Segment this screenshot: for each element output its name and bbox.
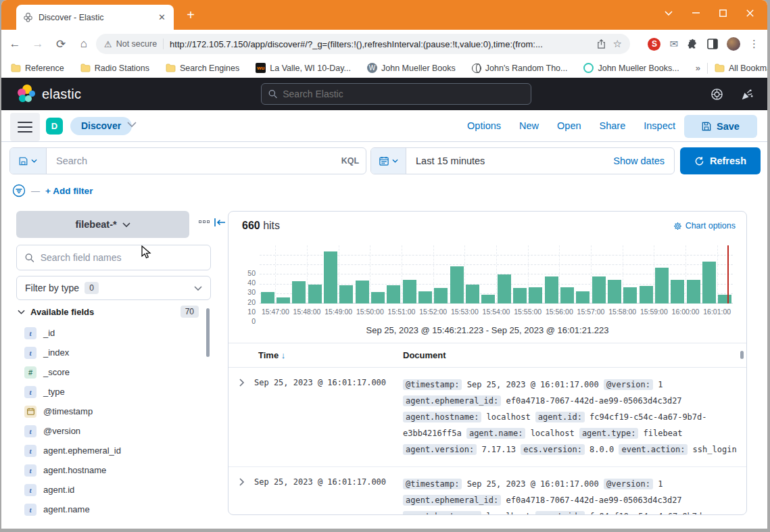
extension-mail-icon[interactable]: ✉ [669, 38, 678, 50]
refresh-button[interactable]: Refresh [680, 147, 761, 174]
field-item[interactable]: @timestamp [16, 402, 203, 421]
bookmark-label: John's Random Tho... [485, 64, 568, 73]
url-divider [163, 39, 164, 49]
chart-options-button[interactable]: Chart options [673, 221, 736, 231]
toolbar-link-inspect[interactable]: Inspect [644, 120, 675, 131]
address-bar[interactable]: ⚠ Not secure http://172.105.7.150/app/di… [96, 34, 630, 54]
browser-menu-kebab-icon[interactable]: ⋮ [749, 38, 759, 50]
index-pattern-label: filebeat-* [75, 219, 116, 230]
bookmark-star-icon[interactable]: ☆ [613, 38, 622, 50]
histogram-bar [513, 288, 527, 304]
global-search-input[interactable] [283, 89, 524, 99]
toolbar-link-new[interactable]: New [519, 120, 539, 131]
chevron-down-icon [122, 222, 130, 227]
tab-close-icon[interactable]: ✕ [157, 12, 167, 22]
field-search-box[interactable] [16, 245, 211, 270]
bookmark-item[interactable]: John Mueller Books... [583, 63, 679, 73]
table-scrollbar[interactable] [740, 351, 744, 359]
field-search-input[interactable] [41, 252, 202, 263]
column-header-time[interactable]: Time ↓ [258, 350, 285, 360]
field-item[interactable]: tagent.hostname [16, 460, 203, 480]
field-type-t-icon: t [24, 504, 37, 516]
histogram-bar [466, 285, 479, 304]
home-button[interactable]: ⌂ [74, 37, 93, 51]
query-language-button[interactable]: KQL [335, 148, 366, 174]
filter-icon[interactable] [12, 184, 26, 197]
save-button[interactable]: Save [684, 115, 757, 138]
share-icon[interactable] [596, 39, 606, 49]
new-tab-button[interactable]: + [183, 7, 199, 24]
available-fields-header[interactable]: Available fields 70 [18, 306, 211, 318]
toolbar-link-options[interactable]: Options [467, 120, 501, 131]
add-filter-link[interactable]: + Add filter [45, 186, 93, 196]
field-name: agent.hostname [43, 465, 106, 475]
all-bookmarks-label: All Bookmarks [729, 64, 767, 73]
global-search[interactable] [261, 83, 531, 105]
field-item[interactable]: t_type [16, 382, 203, 402]
filter-by-type-select[interactable]: Filter by type 0 [16, 276, 211, 300]
sort-descending-icon[interactable]: ↓ [281, 350, 286, 360]
nav-menu-hamburger-icon[interactable] [10, 113, 40, 141]
reload-button[interactable]: ⟳ [51, 37, 70, 51]
toolbar-link-open[interactable]: Open [557, 120, 581, 131]
field-item[interactable]: t@version [16, 421, 203, 441]
bookmark-item[interactable]: Radio Stations [80, 64, 149, 73]
extension-s-icon[interactable]: S [648, 38, 660, 51]
forward-button[interactable]: → [28, 37, 47, 51]
sidebar-scrollbar[interactable] [206, 308, 210, 357]
field-item[interactable]: tagent.name [16, 500, 203, 519]
show-dates-link[interactable]: Show dates [613, 155, 674, 166]
expand-row-icon[interactable] [239, 377, 245, 389]
x-axis-tick-label: 16:00:00 [669, 308, 702, 316]
bookmark-item[interactable]: wuLa Valle, WI 10-Day... [256, 63, 351, 73]
side-panel-icon[interactable] [707, 39, 718, 49]
column-header-document[interactable]: Document [403, 350, 446, 360]
field-type-t-icon: t [24, 484, 37, 496]
profile-avatar[interactable] [727, 37, 740, 51]
back-button[interactable]: ← [5, 37, 24, 51]
x-axis-tick-label: 16:01:00 [700, 308, 734, 316]
bookmark-item[interactable]: Search Engines [166, 64, 239, 73]
bookmark-item[interactable]: John's Random Tho... [472, 64, 568, 73]
field-name: agent.id [43, 485, 74, 495]
space-badge[interactable]: D [46, 118, 63, 135]
field-item[interactable]: t_id [16, 323, 203, 343]
field-item[interactable]: tagent.id [16, 480, 203, 500]
time-range-value[interactable]: Last 15 minutes [406, 155, 613, 166]
window-minimize-button[interactable] [682, 1, 709, 24]
bookmark-item[interactable]: Reference [11, 64, 64, 73]
help-icon[interactable] [711, 88, 723, 101]
security-label[interactable]: Not secure [116, 39, 157, 49]
x-axis-tick-label: 15:55:00 [511, 308, 545, 316]
all-bookmarks-button[interactable]: All Bookmarks [715, 64, 767, 73]
query-search-input[interactable] [47, 148, 335, 174]
date-picker-menu-button[interactable] [371, 148, 406, 174]
histogram-bar [481, 295, 495, 304]
field-item[interactable]: #_score [16, 362, 203, 382]
bookmarks-overflow-button[interactable]: » [696, 63, 700, 73]
doc-field-key: ecs.version: [521, 444, 585, 455]
bookmark-label: La Valle, WI 10-Day... [270, 64, 351, 73]
elastic-logo[interactable] [18, 84, 37, 103]
window-maximize-button[interactable] [709, 1, 736, 24]
field-item[interactable]: t_index [16, 343, 203, 362]
bookmark-item[interactable]: WJohn Mueller Books [367, 63, 456, 73]
breadcrumb-chevron-icon[interactable] [127, 122, 137, 128]
tab-search-chevron-icon[interactable] [655, 1, 682, 24]
bookmark-label: Radio Stations [95, 64, 149, 73]
toolbar-link-share[interactable]: Share [600, 120, 626, 131]
gear-icon [673, 222, 682, 231]
extensions-puzzle-icon[interactable] [687, 39, 698, 50]
saved-query-menu-button[interactable] [10, 148, 47, 174]
window-close-button[interactable] [736, 1, 763, 24]
field-filter-boxes-icon[interactable] [199, 220, 210, 223]
breadcrumb-discover[interactable]: Discover [70, 117, 132, 135]
news-party-icon[interactable] [741, 88, 754, 101]
collapse-sidebar-icon[interactable] [214, 218, 226, 227]
browser-tab[interactable]: Discover - Elastic ✕ [16, 5, 174, 30]
expand-row-icon[interactable] [239, 477, 245, 489]
index-pattern-selector[interactable]: filebeat-* [16, 211, 189, 238]
field-item[interactable]: tagent.ephemeral_id [16, 441, 203, 460]
url-text[interactable]: http://172.105.7.150/app/discover#/?_g=(… [170, 39, 589, 49]
field-type-t-icon: t [24, 445, 37, 457]
